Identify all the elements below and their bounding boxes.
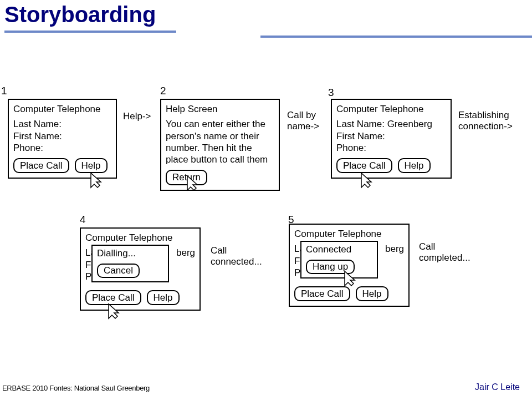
- panel-3-line-1: Last Name: Greenberg: [336, 118, 446, 130]
- panel-5-dialog: Connected Hang up: [300, 241, 378, 279]
- page-title: Storyboarding: [0, 0, 532, 27]
- annot-connected: Call connected...: [211, 245, 262, 267]
- panel-2: Help Screen You can enter either the per…: [160, 99, 280, 191]
- panel-2-body: You can enter either the person's name o…: [166, 118, 274, 165]
- panel-5-hangup-button[interactable]: Hang up: [306, 260, 355, 274]
- panel-3-title: Computer Telephone: [336, 103, 446, 115]
- step-number-3: 3: [328, 87, 334, 99]
- panel-4-dialog: Dialling... Cancel: [91, 245, 169, 282]
- annot-establishing: Establishing connection->: [458, 110, 513, 132]
- panel-4-place-call-button[interactable]: Place Call: [85, 290, 141, 305]
- panel-4-cancel-button[interactable]: Cancel: [97, 264, 140, 278]
- panel-5-bg-l1-right: berg: [385, 243, 404, 255]
- panel-4-bg-l1-right: berg: [176, 247, 195, 259]
- annot-completed: Call completed...: [419, 241, 470, 264]
- panel-1-line-2: First Name:: [13, 130, 111, 142]
- panel-3: Computer Telephone Last Name: Greenberg …: [331, 99, 452, 179]
- panel-5-help-button[interactable]: Help: [356, 286, 388, 301]
- panel-3-help-button[interactable]: Help: [398, 158, 431, 173]
- panel-1-help-button[interactable]: Help: [75, 158, 108, 173]
- panel-1-title: Computer Telephone: [13, 103, 111, 115]
- panel-2-return-button[interactable]: Return: [166, 170, 207, 185]
- panel-3-place-call-button[interactable]: Place Call: [336, 158, 392, 173]
- footer-right: Jair C Leite: [475, 382, 520, 392]
- annot-call-by-name: Call by name->: [287, 110, 319, 132]
- panel-1-place-call-button[interactable]: Place Call: [13, 158, 69, 173]
- panel-2-title: Help Screen: [166, 103, 274, 115]
- footer-left: ERBASE 2010 Fontes: National Saul Greenb…: [2, 384, 150, 392]
- panel-1-line-3: Phone:: [13, 142, 111, 154]
- panel-4-help-button[interactable]: Help: [147, 290, 180, 305]
- panel-4-title: Computer Telephone: [85, 232, 195, 244]
- panel-1: Computer Telephone Last Name: First Name…: [8, 99, 117, 179]
- step-number-4: 4: [80, 214, 86, 226]
- panel-4-dialog-title: Dialling...: [97, 248, 163, 259]
- panel-3-line-2: First Name:: [336, 130, 446, 142]
- panel-5-title: Computer Telephone: [294, 228, 404, 240]
- panel-1-line-1: Last Name:: [13, 118, 111, 130]
- annot-help: Help->: [123, 111, 151, 122]
- step-number-2: 2: [160, 85, 166, 97]
- step-number-1: 1: [1, 85, 7, 97]
- panel-5-place-call-button[interactable]: Place Call: [294, 286, 350, 301]
- panel-3-line-3: Phone:: [336, 142, 446, 154]
- title-underline: [4, 31, 532, 33]
- panel-5-dialog-title: Connected: [306, 244, 372, 255]
- title-stripe: [260, 36, 532, 38]
